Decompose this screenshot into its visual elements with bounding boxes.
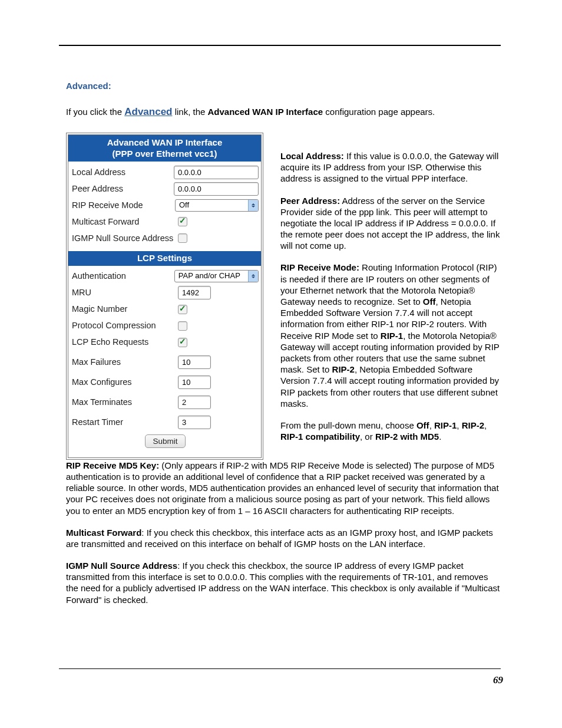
chevron-updown-icon	[248, 271, 258, 282]
desc-pulldown-options: From the pull-down menu, choose Off, RIP…	[280, 420, 502, 442]
text-bold: RIP-2 with MD5	[375, 431, 439, 442]
input-mru[interactable]	[178, 286, 211, 299]
select-authentication[interactable]: PAP and/or CHAP	[174, 270, 259, 282]
label-mru: MRU	[72, 287, 178, 298]
desc-label: RIP Receive MD5 Key:	[66, 460, 159, 470]
desc-label: RIP Receive Mode:	[280, 262, 359, 272]
select-value: Off	[179, 200, 193, 210]
input-peer-address[interactable]	[174, 182, 259, 196]
input-max-configures[interactable]	[178, 375, 211, 389]
text: configuration page appears.	[323, 107, 435, 117]
text-bold: RIP-1	[434, 420, 457, 430]
section-heading: Advanced:	[66, 80, 502, 91]
checkbox-igmp-null[interactable]	[178, 233, 187, 243]
text: .	[439, 431, 441, 442]
label-local-address: Local Address	[72, 167, 174, 178]
desc-label: Local Address:	[280, 151, 344, 161]
label-max-terminates: Max Terminates	[72, 397, 178, 408]
panel-title-line1: Advanced WAN IP Interface	[71, 137, 259, 148]
text-bold: RIP-2	[332, 364, 355, 374]
description-column: Local Address: If this value is 0.0.0.0,…	[280, 133, 502, 460]
text: From the pull-down menu, choose	[280, 420, 416, 430]
intro-paragraph: If you click the Advanced link, the Adva…	[66, 106, 502, 118]
text: ,	[484, 420, 487, 430]
select-value: PAP and/or CHAP	[178, 271, 244, 281]
select-rip-receive-mode[interactable]: Off	[175, 199, 259, 212]
text-bold: RIP-2	[462, 420, 484, 430]
input-max-failures[interactable]	[178, 355, 211, 369]
desc-label: IGMP Null Source Address	[66, 561, 177, 571]
page-number: 69	[493, 674, 503, 686]
label-multicast-forward: Multicast Forward	[72, 216, 178, 228]
label-restart-timer: Restart Timer	[72, 417, 178, 428]
panel-title-line2: (PPP over Ethernet vcc1)	[71, 148, 259, 159]
config-panel: Advanced WAN IP Interface (PPP over Ethe…	[66, 133, 263, 460]
desc-label: Multicast Forward	[66, 528, 141, 538]
chevron-updown-icon	[248, 200, 258, 211]
text-bold: Off	[423, 297, 436, 307]
label-igmp-null: IGMP Null Source Address	[72, 233, 178, 244]
desc-label: Peer Address:	[280, 196, 340, 206]
text-bold: Off	[416, 420, 429, 430]
page-content: Advanced: If you click the Advanced link…	[66, 80, 502, 616]
desc-multicast-forward: Multicast Forward: If you check this che…	[66, 527, 502, 549]
desc-igmp-null: IGMP Null Source Address: If you check t…	[66, 560, 502, 605]
label-magic-number: Magic Number	[72, 304, 178, 315]
horizontal-rule-bottom	[59, 668, 501, 669]
submit-button[interactable]: Submit	[145, 434, 185, 448]
input-local-address[interactable]	[174, 166, 259, 179]
desc-local-address: Local Address: If this value is 0.0.0.0,…	[280, 150, 502, 185]
horizontal-rule-top	[59, 45, 501, 46]
panel-header: Advanced WAN IP Interface (PPP over Ethe…	[68, 135, 261, 162]
label-protocol-compression: Protocol Compression	[72, 320, 178, 331]
label-authentication: Authentication	[72, 271, 174, 282]
label-rip-receive-mode: RIP Receive Mode	[72, 200, 175, 211]
text-bold: Advanced WAN IP Interface	[208, 107, 323, 117]
checkbox-protocol-compression[interactable]	[178, 321, 187, 331]
text-bold: RIP-1	[381, 331, 403, 341]
label-lcp-echo: LCP Echo Requests	[72, 337, 178, 348]
text-bold: RIP-1 compatibility	[280, 431, 360, 442]
input-max-terminates[interactable]	[178, 396, 211, 409]
text: link, the	[172, 107, 207, 117]
label-peer-address: Peer Address	[72, 183, 174, 195]
text: , or	[360, 431, 375, 442]
input-restart-timer[interactable]	[178, 416, 211, 429]
checkbox-multicast-forward[interactable]	[178, 217, 187, 226]
label-max-failures: Max Failures	[72, 357, 178, 368]
advanced-link[interactable]: Advanced	[124, 106, 172, 117]
text: ,	[429, 420, 434, 430]
text: ,	[457, 420, 461, 430]
text: If you click the	[66, 107, 124, 117]
checkbox-magic-number[interactable]	[178, 305, 187, 314]
desc-peer-address: Peer Address: Address of the server on t…	[280, 195, 502, 252]
lcp-header: LCP Settings	[68, 251, 261, 265]
label-max-configures: Max Configures	[72, 377, 178, 388]
desc-rip-md5-key: RIP Receive MD5 Key: (Only appears if RI…	[66, 460, 502, 516]
checkbox-lcp-echo[interactable]	[178, 338, 187, 347]
desc-rip-receive-mode: RIP Receive Mode: Routing Information Pr…	[280, 262, 502, 409]
